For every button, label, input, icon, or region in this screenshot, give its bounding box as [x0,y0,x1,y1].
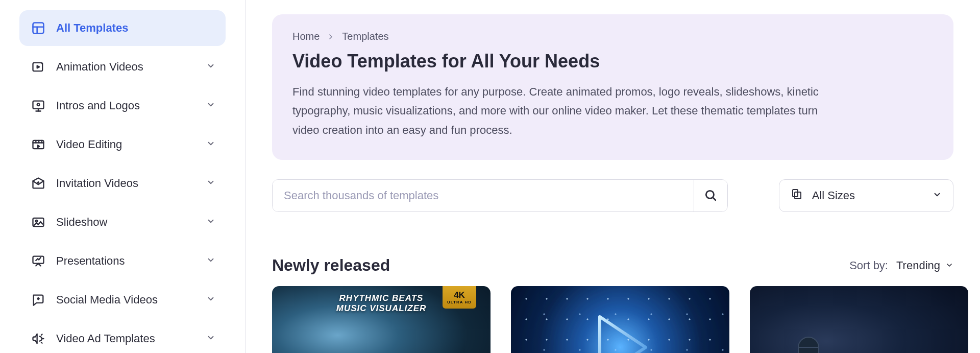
chevron-down-icon [206,139,215,150]
chevron-down-icon [933,189,942,202]
section-header: Newly released Sort by: Trending [272,256,953,275]
search-input[interactable] [273,180,694,211]
sidebar: All Templates Animation Videos Intros an… [0,0,245,353]
section-title: Newly released [272,256,390,275]
page-description: Find stunning video templates for any pu… [292,82,823,139]
social-icon [30,291,47,309]
sidebar-item-slideshow[interactable]: Slideshow [19,204,226,240]
template-card-podcast-intro[interactable]: PODCAST [750,286,968,353]
controls-row: All Sizes [272,179,953,212]
sidebar-item-video-ad-templates[interactable]: Video Ad Templates [19,321,226,353]
sidebar-item-animation-videos[interactable]: Animation Videos [19,49,226,85]
chevron-down-icon [945,259,953,272]
chevron-down-icon [206,255,215,267]
sidebar-item-all-templates[interactable]: All Templates [19,10,226,46]
search-button[interactable] [694,180,727,211]
sort-by-value: Trending [896,259,940,272]
main-content: Home Templates Video Templates for All Y… [246,0,980,353]
svg-marker-12 [600,317,646,353]
template-card-music-play[interactable] [511,286,729,353]
card-title-line2: MUSIC VISUALIZER [336,303,427,313]
badge-4k-top: 4K [454,291,465,299]
video-editing-icon [30,136,47,153]
sidebar-item-label: Social Media Videos [56,293,206,307]
sidebar-item-video-editing[interactable]: Video Editing [19,127,226,162]
chevron-down-icon [206,333,215,344]
badge-4k: 4K ULTRA HD [443,286,476,309]
chevron-down-icon [206,217,215,228]
slideshow-icon [30,214,47,231]
chevron-down-icon [206,100,215,111]
sort-by: Sort by: Trending [849,259,953,272]
card-title-line1: RHYTHMIC BEATS [339,293,424,303]
chevron-right-icon [327,33,335,41]
sidebar-item-label: Invitation Videos [56,177,206,190]
intro-icon [30,97,47,114]
chevron-down-icon [206,61,215,73]
sidebar-item-label: Slideshow [56,216,206,229]
breadcrumb-home[interactable]: Home [292,31,320,42]
templates-grid-icon [30,19,47,37]
megaphone-icon [30,330,47,347]
badge-4k-bottom: ULTRA HD [447,300,472,304]
sidebar-item-label: Presentations [56,254,206,268]
breadcrumb: Home Templates [292,31,933,42]
sidebar-item-label: Video Ad Templates [56,332,206,345]
chevron-down-icon [206,294,215,305]
sort-by-dropdown[interactable]: Trending [896,259,953,272]
search-wrap [272,179,728,212]
svg-rect-13 [798,337,819,353]
sidebar-item-social-media-videos[interactable]: Social Media Videos [19,282,226,318]
presentations-icon [30,252,47,270]
sidebar-item-presentations[interactable]: Presentations [19,243,226,279]
hero-banner: Home Templates Video Templates for All Y… [272,14,953,160]
microphone-icon [786,332,831,353]
breadcrumb-current: Templates [342,31,388,42]
size-filter-dropdown[interactable]: All Sizes [779,179,953,212]
sort-by-label: Sort by: [849,259,888,272]
sidebar-item-label: Intros and Logos [56,99,206,112]
sidebar-item-invitation-videos[interactable]: Invitation Videos [19,166,226,201]
svg-line-9 [713,197,716,200]
card-title: RHYTHMIC BEATS MUSIC VISUALIZER [336,293,427,313]
svg-rect-2 [33,101,44,109]
size-filter-label: All Sizes [812,189,923,202]
sidebar-item-label: Animation Videos [56,60,206,74]
sidebar-item-intros-and-logos[interactable]: Intros and Logos [19,88,226,124]
svg-point-6 [36,220,38,222]
search-icon [704,189,717,203]
sidebar-item-label: Video Editing [56,138,206,151]
animation-icon [30,58,47,76]
page-title: Video Templates for All Your Needs [292,51,933,72]
sizes-icon [791,188,803,203]
template-cards-row: RHYTHMIC BEATS MUSIC VISUALIZER 4K ULTRA… [272,286,953,353]
chevron-down-icon [206,178,215,189]
svg-point-3 [37,103,40,106]
invitation-icon [30,175,47,192]
template-card-rhythmic-beats[interactable]: RHYTHMIC BEATS MUSIC VISUALIZER 4K ULTRA… [272,286,491,353]
play-icon [590,312,651,353]
svg-rect-0 [33,23,44,34]
sidebar-item-label: All Templates [56,21,215,35]
